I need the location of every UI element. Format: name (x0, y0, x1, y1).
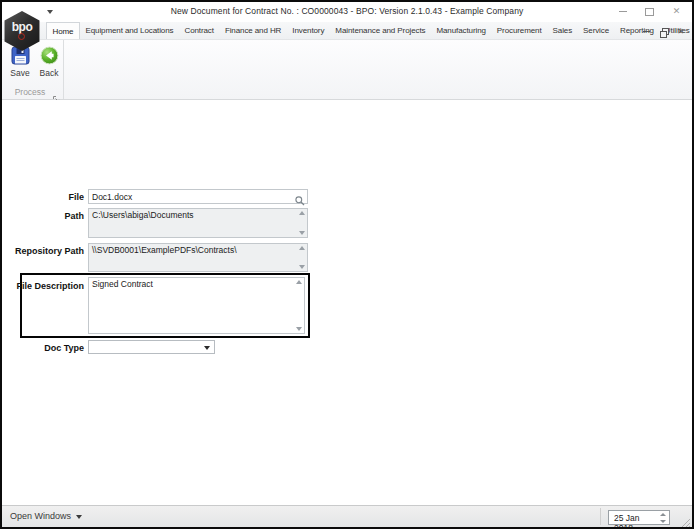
back-button[interactable]: Back (36, 44, 62, 82)
scroll-down-icon[interactable] (299, 231, 305, 235)
back-button-label: Back (40, 68, 59, 78)
open-windows-label: Open Windows (10, 511, 71, 521)
path-field-wrap: C:\Users\abiga\Documents (88, 208, 308, 238)
tab-sales[interactable]: Sales (547, 22, 578, 39)
tab-finance-and-hr[interactable]: Finance and HR (219, 22, 286, 39)
scroll-down-icon[interactable] (296, 327, 302, 331)
bpo-logo-text: bpo (12, 20, 33, 34)
doc-type-combobox[interactable] (88, 340, 215, 354)
ribbon-close-button[interactable]: ✕ (672, 24, 689, 39)
minimize-icon (619, 11, 627, 12)
ribbon-restore-button[interactable] (655, 24, 672, 39)
ribbon-minimize-button[interactable] (638, 24, 655, 39)
close-icon: ✕ (673, 7, 681, 16)
status-bar: Open Windows 25 Jan 2018 (2, 505, 692, 527)
save-button-label: Save (10, 68, 29, 78)
restore-icon (660, 28, 668, 36)
search-icon[interactable] (295, 192, 305, 202)
minimize-icon (643, 31, 650, 32)
app-window: New Document for Contract No. : CO000004… (0, 0, 694, 529)
tab-service[interactable]: Service (578, 22, 615, 39)
resize-grip[interactable] (679, 514, 691, 526)
repository-path-textarea[interactable]: \\SVDB0001\ExamplePDFs\Contracts\ (88, 243, 308, 272)
process-group-label: Process (2, 87, 58, 97)
doc-type-label: Doc Type (2, 343, 84, 353)
bpo-logo-ring-icon (18, 33, 25, 40)
scroll-up-icon[interactable] (299, 211, 305, 215)
back-arrow-icon (40, 46, 59, 65)
tab-procurement[interactable]: Procurement (491, 22, 547, 39)
tab-inventory[interactable]: Inventory (287, 22, 330, 39)
maximize-button[interactable] (636, 3, 663, 20)
ribbon-tab-bar: Home Equipment and Locations Contract Fi… (2, 22, 692, 40)
repository-path-field-wrap: \\SVDB0001\ExamplePDFs\Contracts\ (88, 243, 308, 272)
chevron-down-icon (204, 346, 210, 350)
tab-maintenance-and-projects[interactable]: Maintenance and Projects (330, 22, 431, 39)
ribbon-window-controls: ✕ (638, 24, 689, 39)
path-textarea[interactable]: C:\Users\abiga\Documents (88, 208, 308, 238)
repository-path-label: Repository Path (2, 246, 84, 256)
scroll-down-icon[interactable] (299, 265, 305, 269)
maximize-icon (645, 8, 654, 16)
spinner-down-icon[interactable] (660, 520, 666, 523)
window-controls: ✕ (609, 3, 690, 20)
minimize-button[interactable] (609, 3, 636, 20)
date-spinner (659, 513, 667, 523)
scroll-up-icon[interactable] (296, 280, 302, 284)
spinner-up-icon[interactable] (660, 513, 666, 516)
tab-manufacturing[interactable]: Manufacturing (431, 22, 491, 39)
document-form: File Path C:\Users\abiga\Documents Repos… (2, 100, 692, 505)
file-input[interactable] (88, 189, 308, 204)
open-windows-button[interactable]: Open Windows (10, 511, 82, 521)
window-title: New Document for Contract No. : CO000004… (2, 6, 692, 16)
file-description-label: File Description (2, 281, 84, 291)
scroll-up-icon[interactable] (299, 246, 305, 250)
chevron-down-icon (76, 515, 82, 519)
date-value: 25 Jan 2018 (614, 513, 640, 529)
tab-home[interactable]: Home (46, 22, 80, 39)
process-group: Save (2, 40, 64, 99)
file-description-textarea[interactable]: Signed Contract (88, 277, 305, 334)
tab-equipment-and-locations[interactable]: Equipment and Locations (80, 22, 179, 39)
file-description-field-wrap: Signed Contract (88, 277, 305, 334)
close-button[interactable]: ✕ (663, 3, 690, 20)
close-icon: ✕ (677, 28, 684, 36)
date-field[interactable]: 25 Jan 2018 (608, 510, 670, 525)
path-label: Path (2, 211, 84, 221)
ribbon-content: Save (2, 40, 692, 100)
tab-contract[interactable]: Contract (179, 22, 219, 39)
file-label: File (2, 192, 84, 202)
dialog-launcher-icon[interactable] (53, 89, 60, 96)
status-separator (600, 508, 601, 525)
title-bar: New Document for Contract No. : CO000004… (2, 2, 692, 22)
